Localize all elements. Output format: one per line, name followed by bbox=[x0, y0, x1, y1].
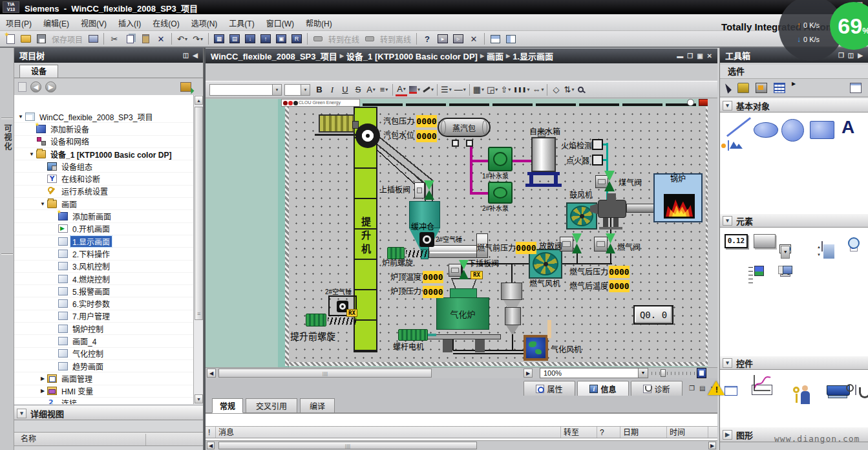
feed-pump-1[interactable] bbox=[488, 147, 513, 171]
tree-item[interactable]: 6.实时参数 bbox=[14, 297, 194, 310]
online-plug-icon[interactable] bbox=[311, 32, 325, 45]
new-item-icon[interactable] bbox=[18, 82, 26, 92]
air-hammer-bottom-label[interactable]: 2#空气锤 bbox=[325, 288, 352, 297]
menu-item[interactable]: 在线(O) bbox=[147, 14, 185, 32]
water-tank-label[interactable]: 自来水箱 bbox=[529, 127, 560, 136]
visualization-strip-label[interactable]: 可视化 bbox=[2, 124, 13, 151]
back-icon[interactable] bbox=[30, 81, 41, 92]
col-errors[interactable]: ? bbox=[597, 427, 620, 438]
menu-item[interactable]: 项目(P) bbox=[0, 14, 37, 32]
col-time[interactable]: 时间 bbox=[667, 427, 708, 438]
elevator-head-wheel[interactable] bbox=[355, 123, 380, 148]
trend-view-tool-icon[interactable] bbox=[752, 385, 772, 395]
menu-item[interactable]: 视图(V) bbox=[75, 14, 112, 32]
hmi-template-header[interactable]: CLOU Green Energy bbox=[280, 99, 708, 107]
water-tank[interactable] bbox=[531, 137, 556, 172]
tree-item[interactable]: 设备组态 bbox=[14, 160, 194, 173]
new-project-button[interactable] bbox=[3, 32, 17, 45]
tree-item[interactable]: 5.报警画面 bbox=[14, 285, 194, 297]
tree-item[interactable]: 设备和网络 bbox=[14, 136, 194, 148]
elements-collapse-icon[interactable] bbox=[723, 216, 732, 226]
compile-all-icon[interactable]: ▤ bbox=[228, 32, 242, 45]
inspector-list-icon[interactable] bbox=[699, 385, 705, 392]
inspector-scroll-right-icon[interactable] bbox=[708, 442, 716, 449]
gas-after-temp-value[interactable]: 0000 bbox=[609, 280, 630, 292]
furnace-top-pressure-label[interactable]: 炉顶压力 bbox=[390, 287, 421, 296]
tree-expander-icon[interactable]: ▼ bbox=[28, 151, 36, 157]
select-tool-icon[interactable] bbox=[725, 82, 732, 93]
editor-close-icon[interactable] bbox=[707, 52, 712, 59]
zoom-dropdown-icon[interactable] bbox=[638, 369, 648, 378]
air-hammer-top[interactable] bbox=[419, 232, 434, 247]
breadcrumb-project[interactable]: WinCC_flexible_2008_SP3_项目 bbox=[211, 50, 337, 62]
detail-name-column[interactable]: 名称 bbox=[14, 432, 203, 446]
breadcrumb-current-screen[interactable]: 1.显示画面 bbox=[513, 50, 553, 62]
tree-item[interactable]: 4.燃烧控制 bbox=[14, 273, 194, 285]
zoom-level-combo[interactable]: 100% bbox=[540, 368, 648, 378]
editor-canvas[interactable]: CLOU Green Energy bbox=[206, 99, 708, 367]
io-field-tool-icon[interactable]: 0.12 bbox=[725, 234, 748, 248]
gas-after-temp-label[interactable]: 燃气后温度 bbox=[569, 282, 608, 291]
drum-pressure-value[interactable]: 0000 bbox=[416, 115, 437, 127]
devices-tab[interactable]: 设备 bbox=[19, 65, 58, 78]
drum-port-2[interactable] bbox=[466, 140, 473, 147]
menu-item[interactable]: 帮助(H) bbox=[300, 14, 338, 32]
tree-item[interactable]: 1.显示画面 bbox=[14, 235, 194, 248]
redo-button[interactable] bbox=[191, 32, 205, 45]
col-date[interactable]: 日期 bbox=[620, 427, 667, 438]
graphic-view-tool-icon[interactable] bbox=[728, 140, 729, 151]
tree-expander-icon[interactable]: ▶ bbox=[39, 388, 47, 394]
tree-item[interactable]: 在线和诊断 bbox=[14, 173, 194, 185]
tree-item[interactable]: 锅炉控制 bbox=[14, 323, 194, 335]
igniter-box[interactable] bbox=[592, 155, 603, 166]
drum-level-label[interactable]: 汽包水位 bbox=[383, 131, 414, 140]
forward-icon[interactable] bbox=[45, 81, 56, 92]
tree-item[interactable]: ▼设备_1 [KTP1000 Basic color DP] bbox=[14, 148, 194, 160]
front-screw-casing[interactable] bbox=[429, 245, 479, 258]
graphic-io-field-tool-icon[interactable] bbox=[821, 241, 823, 252]
buffer-bin-label[interactable]: 缓冲仓 bbox=[411, 222, 434, 231]
tree-scroll-thumb[interactable] bbox=[195, 107, 203, 320]
font-size-combo[interactable] bbox=[284, 84, 310, 96]
basic-objects-section[interactable]: 基本对象 bbox=[736, 100, 770, 112]
italic-button[interactable]: I bbox=[326, 83, 338, 96]
air-hammer-rx-tag[interactable]: RX bbox=[346, 309, 357, 317]
controls-collapse-icon[interactable] bbox=[723, 358, 732, 368]
editor-maximize-icon[interactable] bbox=[697, 52, 703, 59]
feed-pump-2-label[interactable]: 2#补水泵 bbox=[482, 204, 509, 213]
drum-pressure-label[interactable]: 汽包压力 bbox=[383, 117, 414, 126]
options-more-icon[interactable] bbox=[792, 81, 796, 87]
gasifier-fan-label[interactable]: 气化风机 bbox=[551, 345, 582, 354]
gas-valve-label[interactable]: 燃气阀 bbox=[617, 243, 640, 252]
table-view-icon[interactable] bbox=[774, 83, 785, 93]
gasifier-fan-globe[interactable] bbox=[524, 335, 548, 361]
gas-after-pressure-label[interactable]: 燃气后压力 bbox=[569, 268, 608, 277]
gas-front-pressure-value[interactable]: 0000 bbox=[516, 242, 536, 254]
col-message[interactable]: 消息 bbox=[216, 427, 561, 438]
accessible-devices-icon[interactable]: ▸ bbox=[436, 32, 450, 45]
canvas-scroll-right-icon[interactable] bbox=[524, 369, 533, 378]
tab-order-button[interactable] bbox=[563, 83, 575, 96]
breadcrumb-screens[interactable]: 画面 bbox=[487, 50, 503, 62]
tab-properties[interactable]: 属性 bbox=[524, 381, 575, 396]
graphics-collapse-icon[interactable] bbox=[723, 430, 732, 440]
tree-item[interactable]: 画面_4 bbox=[14, 335, 194, 347]
fit-to-window-icon[interactable] bbox=[697, 368, 706, 378]
flame-detect-box[interactable] bbox=[592, 139, 603, 150]
gas-valve-body[interactable] bbox=[594, 237, 608, 252]
subtab-compile[interactable]: 编译 bbox=[300, 398, 335, 413]
toolbox-options-section[interactable]: 选件 bbox=[720, 65, 868, 79]
menu-item[interactable]: 编辑(E) bbox=[37, 14, 75, 32]
strikethrough-button[interactable]: S bbox=[352, 83, 364, 96]
scroll-up-icon[interactable] bbox=[195, 96, 203, 105]
align-button[interactable] bbox=[378, 83, 390, 96]
feed-pump-2[interactable] bbox=[488, 182, 513, 204]
toolbox-float-icon[interactable] bbox=[838, 52, 844, 59]
detail-collapse-icon[interactable] bbox=[17, 409, 26, 418]
tree-item[interactable]: ▼画面 bbox=[14, 198, 194, 210]
menu-item[interactable]: 窗口(W) bbox=[260, 14, 300, 32]
text-field-tool-icon[interactable]: A bbox=[842, 118, 854, 137]
tree-item[interactable]: 3.风机控制 bbox=[14, 261, 194, 273]
tree-item[interactable]: 7.用户管理 bbox=[14, 310, 194, 323]
bring-forward-button[interactable] bbox=[500, 83, 511, 96]
